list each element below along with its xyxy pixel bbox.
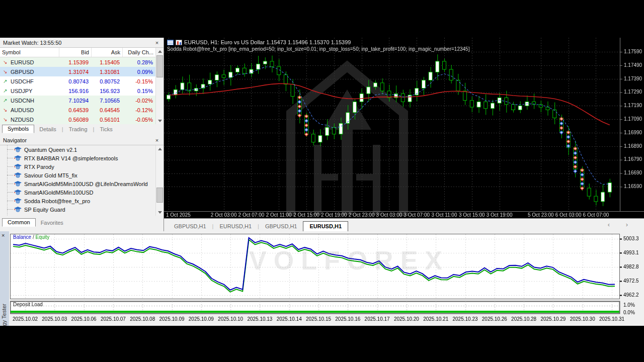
navigator-expert-item[interactable]: RTX Parody — [0, 162, 164, 171]
symbol-label: EURUSD — [11, 59, 34, 65]
expert-advisor-icon — [14, 198, 22, 204]
navigator-tabs: Common Favorites — [0, 216, 164, 227]
mt5-window: Market Watch: 13:55:50 × Symbol Bid Ask … — [0, 0, 644, 362]
table-row[interactable]: ↗USDCNH 7.10294 7.10565 -0.02% — [0, 96, 164, 105]
daily-change-value: -0.12% — [123, 107, 156, 113]
chart-tab-eurusd-2-active[interactable]: EURUSD,H1 — [303, 221, 348, 231]
chart-tab-bar: GBPUSD,H1 | EURUSD,H1 | GBPUSD,H1 EURUSD… — [164, 218, 644, 231]
deposit-load-label: Deposit Load — [13, 302, 43, 307]
chart-window-icon — [176, 40, 182, 45]
tree-branch-line — [7, 201, 13, 201]
expert-advisor-icon — [14, 207, 22, 213]
symbol-label: USDCHF — [11, 78, 34, 84]
navigator-expert-item[interactable]: SmartAIGoldM5Min100USD @LifeInDreamsWorl… — [0, 179, 164, 188]
symbol-label: USDCNH — [11, 98, 34, 104]
bid-value: 1.15399 — [59, 59, 92, 65]
navigator-panel: Navigator × Quantum Queen v2.1 — [0, 135, 164, 227]
tester-close-icon[interactable]: × — [2, 232, 5, 238]
trend-up-icon: ↗ — [3, 88, 8, 94]
scroll-up-icon[interactable] — [156, 145, 164, 152]
table-row[interactable]: ↗USDJPY 156.916 156.923 0.15% — [0, 86, 164, 96]
left-panel-column: Market Watch: 13:55:50 × Symbol Bid Ask … — [0, 38, 164, 231]
tab-details[interactable]: Details — [34, 126, 61, 133]
chart-tab-eurusd-1[interactable]: EURUSD,H1 — [213, 222, 258, 231]
bid-value: 0.80743 — [59, 78, 92, 84]
trend-down-icon: ↘ — [3, 59, 8, 65]
navigator-close-icon[interactable]: × — [153, 137, 160, 143]
table-row[interactable]: ↗USDCHF 0.80743 0.80752 -0.15% — [0, 76, 164, 86]
market-watch-scrollbar[interactable] — [155, 48, 164, 124]
legend-balance: Balance — [13, 234, 31, 240]
tree-branch-line — [7, 175, 13, 175]
market-watch-close-icon[interactable]: × — [153, 40, 160, 46]
chart-header: EURUSD, H1: Euro vs US Dollar 1.15473 1.… — [167, 39, 351, 45]
scroll-down-icon[interactable] — [156, 117, 164, 124]
navigator-expert-item[interactable]: SmartAIGoldM5Min100USD — [0, 188, 164, 197]
navigator-expert-item[interactable]: Sodda Robot@free_fx_pro — [0, 197, 164, 205]
broker-watermark: VOLFOREX — [249, 245, 449, 276]
strategy-tester-label: Strategy Tester — [1, 304, 7, 326]
table-row[interactable]: ↘NZDUSD 0.56089 0.56101 -0.05% — [0, 115, 164, 124]
ask-value: 1.15405 — [92, 59, 123, 65]
ask-value: 0.80752 — [92, 78, 123, 84]
letterbox-bottom — [0, 326, 644, 362]
trend-down-icon: ↘ — [3, 69, 8, 74]
market-watch-tabs: Symbols Details | Trading | Ticks — [0, 124, 164, 133]
navigator-expert-item[interactable]: RTX BARBAR V14 @simpleforextools — [0, 154, 164, 162]
navigator-title: Navigator — [3, 137, 153, 143]
column-header-symbol[interactable]: Symbol — [0, 48, 59, 57]
expert-advisor-icon — [14, 147, 22, 153]
tab-scroll-arrows-icon[interactable]: ‹ › — [608, 221, 635, 228]
table-row[interactable]: ↘GBPUSD 1.31074 1.31081 0.09% — [0, 67, 164, 76]
letterbox-top — [0, 0, 644, 38]
trend-up-icon: ↗ — [3, 98, 8, 103]
column-header-ask[interactable]: Ask — [92, 48, 123, 57]
ask-value: 7.10565 — [92, 98, 123, 104]
table-row[interactable]: ↘EURUSD 1.15399 1.15405 0.28% — [0, 57, 164, 67]
scrollbar-thumb[interactable] — [156, 55, 163, 77]
strategy-tester-side-tab[interactable]: × Strategy Tester — [0, 231, 9, 326]
tab-trading[interactable]: Trading — [64, 126, 93, 133]
tree-branch-line — [7, 192, 13, 193]
tree-branch-line — [7, 184, 13, 184]
price-chart-canvas[interactable] — [164, 38, 644, 218]
column-header-daily-change[interactable]: Daily Ch... — [123, 48, 156, 57]
balance-equity-legend: Balance / Equity — [13, 234, 49, 240]
ask-value: 0.56101 — [92, 117, 123, 123]
navigator-titlebar: Navigator × — [0, 135, 164, 145]
tab-common[interactable]: Common — [2, 218, 36, 227]
ask-value: 1.31081 — [92, 69, 123, 75]
symbol-label: NZDUSD — [11, 117, 34, 123]
navigator-expert-item[interactable]: SP Equity Guard — [0, 205, 164, 214]
scroll-down-icon[interactable] — [156, 209, 164, 216]
chart-tab-gbpusd-2[interactable]: GBPUSD,H1 — [259, 222, 303, 231]
column-header-bid[interactable]: Bid — [59, 48, 92, 57]
scroll-up-icon[interactable] — [156, 48, 164, 55]
expert-advisor-icon — [14, 181, 22, 187]
scrollbar-thumb[interactable] — [156, 188, 163, 203]
navigator-expert-item[interactable]: Quantum Queen v2.1 — [0, 145, 164, 154]
table-row[interactable]: ↘AUDUSD 0.64539 0.64545 -0.12% — [0, 105, 164, 115]
expert-advisor-label: RTX Parody — [24, 164, 54, 170]
navigator-expert-item[interactable]: Saviour Gold MT5_fix — [0, 171, 164, 179]
navigator-scrollbar[interactable] — [155, 145, 164, 216]
expert-advisor-icon — [14, 155, 22, 161]
tab-symbols[interactable]: Symbols — [2, 125, 34, 133]
chart-tab-gbpusd-1[interactable]: GBPUSD,H1 — [168, 222, 212, 231]
legend-equity: Equity — [35, 234, 49, 240]
expert-advisor-icon — [14, 190, 22, 196]
expert-advisor-icon — [14, 164, 22, 170]
market-watch-table: Symbol Bid Ask Daily Ch... ↘EURUSD 1.153… — [0, 48, 164, 124]
market-watch-header-row: Symbol Bid Ask Daily Ch... — [0, 48, 164, 57]
expert-advisor-label: SP Equity Guard — [24, 207, 65, 213]
tab-ticks[interactable]: Ticks — [95, 126, 117, 133]
daily-change-value: -0.05% — [123, 117, 156, 123]
tree-branch-line — [7, 209, 13, 210]
tab-favorites[interactable]: Favorites — [36, 219, 68, 227]
expert-advisor-label: SmartAIGoldM5Min100USD @LifeInDreamsWorl… — [24, 181, 148, 187]
daily-change-value: 0.15% — [123, 88, 156, 94]
expert-advisor-icon — [14, 172, 22, 178]
daily-change-value: -0.15% — [123, 78, 156, 84]
trend-down-icon: ↘ — [3, 107, 8, 113]
tree-branch-line — [7, 158, 13, 158]
